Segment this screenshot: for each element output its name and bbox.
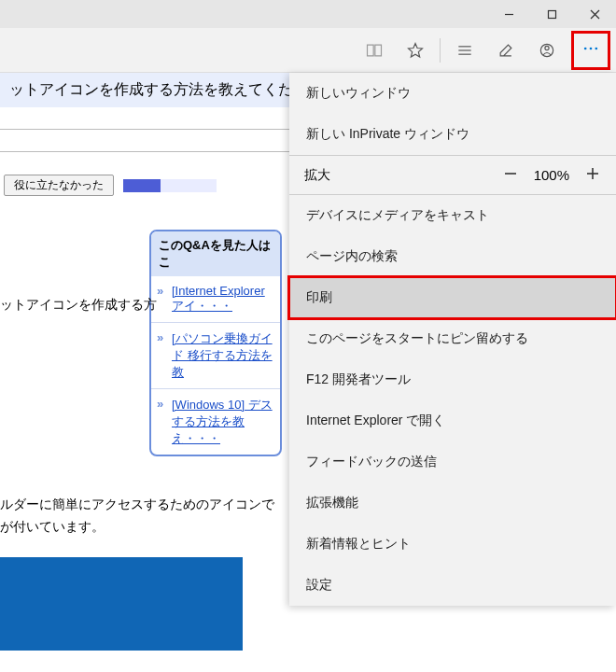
related-link[interactable]: [Internet Explorer アイ・・・ — [151, 276, 280, 322]
menu-open-in-ie[interactable]: Internet Explorer で開く — [289, 400, 616, 441]
menu-new-window[interactable]: 新しいウィンドウ — [289, 73, 616, 114]
hub-icon[interactable] — [448, 34, 482, 67]
more-menu: 新しいウィンドウ 新しい InPrivate ウィンドウ 拡大 100% デバイ… — [289, 73, 616, 606]
zoom-out-button[interactable] — [502, 165, 519, 185]
svg-rect-1 — [548, 10, 555, 18]
svg-point-8 — [545, 46, 549, 49]
more-button-highlight — [571, 31, 610, 70]
menu-cast-media[interactable]: デバイスにメディアをキャスト — [289, 195, 616, 236]
menu-print[interactable]: 印刷 — [289, 277, 616, 318]
menu-f12-devtools[interactable]: F12 開発者ツール — [289, 359, 616, 400]
related-qa-title: このQ&Aを見た人はこ — [151, 231, 280, 276]
reading-view-icon[interactable] — [357, 34, 391, 67]
svg-point-9 — [584, 48, 587, 50]
share-icon[interactable] — [530, 34, 564, 67]
related-link[interactable]: [パソコン乗換ガイド 移行する方法を教 — [151, 322, 280, 388]
zoom-in-button[interactable] — [584, 165, 601, 185]
svg-point-10 — [590, 48, 593, 50]
blue-image-placeholder — [0, 557, 243, 651]
related-link[interactable]: [Windows 10] デス する方法を教え・・・ — [151, 388, 280, 455]
zoom-label: 拡大 — [304, 167, 330, 184]
menu-find-in-page[interactable]: ページ内の検索 — [289, 236, 616, 277]
favorites-star-icon[interactable] — [399, 34, 432, 67]
related-qa-box: このQ&Aを見た人はこ [Internet Explorer アイ・・・ [パソ… — [149, 230, 282, 456]
left-column-text: ットアイコンを作成する方 — [0, 297, 157, 314]
zoom-value: 100% — [534, 167, 569, 183]
maximize-button[interactable] — [530, 0, 573, 28]
menu-send-feedback[interactable]: フィードバックの送信 — [289, 441, 616, 483]
not-helpful-button[interactable]: 役に立たなかった — [4, 175, 114, 196]
menu-pin-to-start[interactable]: このページをスタートにピン留めする — [289, 318, 616, 359]
browser-toolbar — [0, 28, 616, 73]
minimize-button[interactable] — [487, 0, 530, 28]
window-titlebar — [0, 0, 616, 28]
toolbar-separator — [440, 38, 441, 63]
menu-zoom-row: 拡大 100% — [289, 156, 616, 195]
close-button[interactable] — [573, 0, 616, 28]
more-icon[interactable] — [581, 39, 600, 61]
web-note-icon[interactable] — [489, 34, 523, 67]
feedback-progress — [123, 179, 217, 192]
menu-new-inprivate[interactable]: 新しい InPrivate ウィンドウ — [289, 114, 616, 156]
menu-whats-new[interactable]: 新着情報とヒント — [289, 524, 616, 565]
svg-point-11 — [595, 48, 598, 50]
menu-extensions[interactable]: 拡張機能 — [289, 483, 616, 524]
menu-settings[interactable]: 設定 — [289, 565, 616, 606]
